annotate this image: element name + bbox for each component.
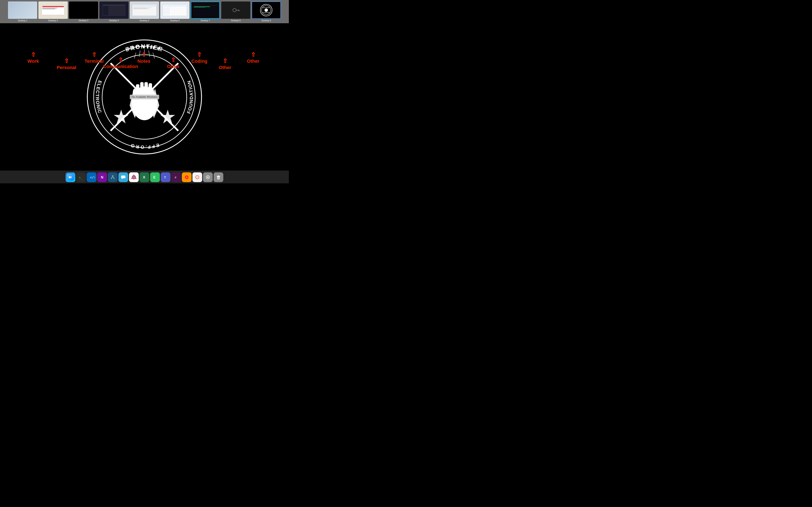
dock-icon-onenote[interactable]: N (97, 172, 107, 182)
arrow-communication: ⇧ (118, 57, 123, 63)
dock-icon-finder[interactable] (65, 172, 75, 182)
notes-text: Notes (138, 59, 150, 64)
svg-text:ELECTRONIC: ELECTRONIC (263, 7, 270, 8)
dock-icon-trash[interactable] (214, 172, 223, 182)
coding-text: Coding (191, 59, 207, 64)
dock: >_ </> N (0, 171, 289, 183)
dock-icon-teams[interactable]: T (161, 172, 170, 182)
other3-text: Other (247, 59, 259, 64)
desktop-6-label: Desktop 6 (170, 19, 180, 22)
desktop-thumb-4[interactable]: Desktop 4 (99, 1, 129, 22)
svg-point-46 (111, 178, 112, 179)
svg-rect-23 (136, 84, 139, 91)
label-terminal: ⇧ Terminal (85, 52, 104, 64)
personal-text: Personal (57, 65, 77, 70)
svg-text:E: E (153, 176, 156, 179)
desktop-7-label: Desktop 7 (200, 19, 210, 22)
terminal-text: Terminal (85, 59, 104, 64)
label-other3: ⇧ Other (247, 52, 259, 64)
desktop-3-label: Desktop 3 (79, 19, 88, 22)
desktop-9-label: Desktop 9 (261, 19, 271, 22)
svg-rect-75 (217, 176, 220, 179)
svg-rect-77 (218, 176, 219, 176)
desktop-8-label: Desktop 8 (231, 19, 241, 22)
arrow-personal: ⇧ (64, 58, 69, 64)
svg-rect-44 (109, 174, 116, 181)
dock-icon-evernote[interactable]: E (150, 172, 160, 182)
svg-text:#: # (175, 176, 176, 179)
svg-point-45 (112, 175, 113, 177)
dock-icon-excel[interactable]: X (140, 172, 149, 182)
arrow-work: ⇧ (31, 52, 36, 58)
desktop-thumb-6[interactable]: Desktop 6 (160, 1, 190, 22)
svg-point-47 (113, 178, 115, 179)
other2-text: Other (219, 65, 231, 70)
desktop-thumb-2[interactable]: Desktop 2 (39, 1, 68, 22)
communication-text: Communication (103, 64, 138, 69)
svg-point-70 (197, 177, 198, 178)
desktop-2-label: Desktop 2 (48, 19, 58, 22)
label-other1: ⇧ Other (167, 57, 180, 69)
svg-point-8 (264, 8, 268, 12)
arrow-notes: ⇧ (142, 52, 146, 58)
main-desktop-area: FRONTIER FRONTIER ELECTRONIC FOUNDATION (0, 23, 289, 171)
svg-text:N: N (101, 176, 103, 179)
desktop-thumb-5[interactable]: Desktop 5 (130, 1, 159, 22)
svg-text:</>: </> (90, 175, 95, 179)
arrow-terminal: ⇧ (92, 52, 97, 58)
dock-icon-sourcetree[interactable] (108, 172, 117, 182)
desktop-1-label: Desktop 1 (18, 19, 27, 22)
desktop-thumb-7[interactable]: Desktop 7 (191, 1, 220, 22)
desktop-thumb-1[interactable]: Desktop 1 (8, 1, 37, 22)
svg-rect-25 (144, 82, 148, 91)
svg-point-37 (70, 176, 72, 178)
label-other2: ⇧ Other (219, 58, 231, 70)
svg-point-67 (186, 176, 188, 178)
other1-text: Other (167, 64, 180, 69)
desktop-switcher-bar: Desktop 1 Desktop 2 Desktop 3 (0, 0, 289, 23)
dock-icon-chrome[interactable] (129, 172, 139, 182)
dock-icon-terminal[interactable]: >_ (76, 172, 86, 182)
arrow-other1: ⇧ (171, 57, 176, 63)
svg-text:X: X (143, 176, 145, 179)
desktop-thumb-9[interactable]: ELECTRONIC FOUNDATION Desktop 9 (252, 1, 281, 22)
label-personal: ⇧ Personal (57, 58, 77, 70)
dock-icon-slack[interactable]: # (171, 172, 181, 182)
work-text: Work (28, 59, 39, 64)
dock-icon-firefox[interactable] (182, 172, 192, 182)
svg-text:T: T (164, 176, 166, 179)
arrow-coding: ⇧ (197, 52, 202, 58)
svg-point-0 (233, 8, 236, 12)
dock-icon-system-prefs[interactable] (203, 172, 213, 182)
dock-icon-messages[interactable] (118, 172, 128, 182)
label-work: ⇧ Work (28, 52, 39, 64)
desktop-thumb-8[interactable]: Desktop 8 (221, 1, 250, 22)
svg-point-73 (207, 177, 208, 178)
svg-rect-24 (140, 82, 144, 91)
dock-icon-photos[interactable] (192, 172, 202, 182)
desktop-5-label: Desktop 5 (140, 19, 149, 22)
svg-text:FOUNDATION: FOUNDATION (263, 12, 270, 13)
arrow-other2: ⇧ (223, 58, 227, 64)
dock-icon-vscode[interactable]: </> (87, 172, 96, 182)
svg-point-27 (133, 89, 137, 96)
svg-rect-51 (121, 176, 125, 178)
label-coding: ⇧ Coding (191, 52, 207, 64)
arrow-other3: ⇧ (251, 52, 256, 58)
svg-rect-26 (149, 83, 152, 91)
label-communication: ⇧ Communication (103, 57, 138, 69)
desktop-thumb-3[interactable]: Desktop 3 (69, 1, 98, 22)
svg-text:>_: >_ (79, 176, 83, 179)
desktop-4-label: Desktop 4 (109, 19, 119, 22)
label-notes: ⇧ Notes (138, 52, 150, 64)
